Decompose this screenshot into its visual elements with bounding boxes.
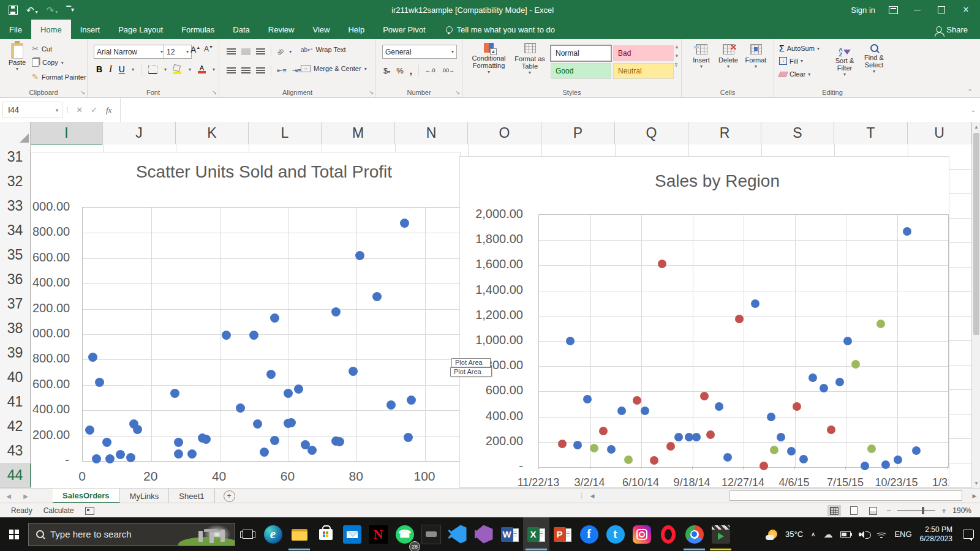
font-size-combo[interactable]: 12▾ (164, 45, 192, 59)
data-point[interactable] (894, 455, 902, 464)
taskbar-icon-mpc[interactable] (707, 517, 734, 551)
data-point[interactable] (867, 444, 876, 453)
column-header-J[interactable]: J (103, 122, 176, 144)
taskbar-icon-whatsapp[interactable]: ☎28 (391, 517, 418, 551)
horizontal-scrollbar[interactable]: ⁞ ◀ ▶ (581, 489, 980, 503)
redo-icon[interactable]: ↷▾ (47, 6, 58, 15)
zoom-out-button[interactable]: − (886, 506, 891, 515)
data-point[interactable] (266, 370, 276, 379)
data-point[interactable] (760, 462, 768, 470)
taskbar-icon-instagram[interactable] (628, 517, 655, 551)
decrease-indent-icon[interactable]: ⇤≡ (277, 67, 287, 75)
merge-center-button[interactable]: ↔ Merge & Center▾ (301, 65, 367, 72)
data-point[interactable] (260, 448, 269, 457)
plot-area[interactable] (82, 207, 461, 462)
copy-button[interactable]: Copy▾ (32, 58, 64, 67)
column-header-R[interactable]: R (688, 122, 761, 144)
increase-decimal-button[interactable]: ←.0 (425, 67, 435, 73)
taskbar-icon-mail[interactable] (339, 517, 365, 551)
data-point[interactable] (666, 442, 675, 451)
data-point[interactable] (700, 392, 709, 400)
data-point[interactable] (116, 450, 125, 459)
row-header-35[interactable]: 35 (0, 242, 31, 268)
expand-formula-bar-icon[interactable]: ⌄ (967, 107, 980, 113)
start-button[interactable] (0, 523, 28, 546)
data-point[interactable] (270, 436, 279, 445)
chart-units-profit[interactable]: Scatter Units Sold and Total Profit000.0… (31, 152, 461, 489)
sheet-tab-salesorders[interactable]: SalesOrders (53, 489, 120, 503)
data-point[interactable] (881, 460, 890, 469)
zoom-level[interactable]: 190% (952, 506, 971, 515)
scrollbar-gripper[interactable]: ⁞ (581, 492, 583, 500)
row-header-33[interactable]: 33 (0, 193, 31, 219)
data-point[interactable] (706, 430, 715, 439)
font-dialog-launcher[interactable]: ↘ (212, 89, 217, 96)
data-point[interactable] (793, 402, 801, 411)
find-select-button[interactable]: Find & Select▾ (860, 44, 888, 74)
insert-cells-button[interactable]: Insert▾ (689, 44, 714, 69)
font-color-dropdown-arrow[interactable]: ▾ (213, 67, 215, 72)
data-point[interactable] (777, 433, 785, 441)
data-point[interactable] (770, 446, 778, 454)
column-header-T[interactable]: T (834, 122, 908, 144)
name-box[interactable]: I44 ▾ (2, 102, 62, 118)
undo-icon[interactable]: ↶▾ (26, 6, 38, 15)
data-point[interactable] (599, 427, 608, 435)
data-point[interactable] (809, 373, 817, 382)
delete-cells-button[interactable]: ✕ Delete▾ (716, 44, 741, 69)
data-point[interactable] (331, 307, 341, 317)
data-point[interactable] (294, 384, 303, 394)
data-point[interactable] (641, 407, 649, 415)
taskbar-icon-netflix[interactable]: N (365, 517, 391, 551)
tell-me-box[interactable]: Tell me what you want to do (446, 20, 555, 39)
task-view-button[interactable] (235, 523, 260, 546)
taskbar-icon-excel[interactable]: X (523, 517, 549, 551)
volume-icon[interactable] (859, 531, 869, 538)
data-point[interactable] (876, 320, 885, 328)
data-point[interactable] (236, 403, 245, 413)
data-point[interactable] (566, 337, 575, 345)
format-painter-button[interactable]: ✎ Format Painter (32, 72, 86, 81)
data-point[interactable] (386, 400, 396, 410)
style-chip-neutral[interactable]: Neutral (613, 63, 674, 79)
data-point[interactable] (903, 227, 911, 236)
taskbar-icon-opera[interactable] (655, 517, 681, 551)
data-point[interactable] (658, 260, 666, 268)
taskbar-icon-powerpoint[interactable]: P (549, 517, 576, 551)
plot-area[interactable] (538, 214, 949, 468)
vertical-scrollbar[interactable]: ▲ ▼ (971, 122, 980, 488)
row-header-32[interactable]: 32 (0, 169, 31, 194)
tray-expand-icon[interactable]: ∧ (811, 531, 815, 538)
font-name-combo[interactable]: Arial Narrow▾ (94, 45, 166, 59)
search-highlight-image[interactable] (183, 523, 235, 545)
taskbar-icon-media-thumbnail[interactable] (418, 517, 444, 551)
sheet-nav-left-arrow[interactable]: ◀ (0, 489, 17, 503)
zoom-slider[interactable] (897, 510, 935, 511)
data-point[interactable] (650, 456, 658, 465)
data-point[interactable] (222, 331, 231, 340)
page-break-view-button[interactable] (867, 505, 880, 516)
customize-qat-icon[interactable]: ▔▾ (66, 7, 74, 13)
status-calculate[interactable]: Calculate (43, 506, 74, 515)
data-point[interactable] (174, 438, 183, 447)
tab-page-layout[interactable]: Page Layout (109, 20, 172, 39)
clear-button[interactable]: Clear▾ (779, 70, 810, 78)
row-header-31[interactable]: 31 (0, 144, 31, 170)
ribbon-display-options-icon[interactable] (889, 6, 898, 14)
align-right-icon[interactable] (256, 67, 265, 74)
shrink-font-button[interactable]: A▼ (204, 45, 213, 53)
data-point[interactable] (287, 418, 296, 427)
data-point[interactable] (170, 389, 179, 398)
tab-view[interactable]: View (303, 20, 339, 39)
enter-icon[interactable]: ✓ (87, 105, 102, 114)
data-point[interactable] (590, 444, 598, 452)
taskbar-icon-vscode[interactable] (444, 517, 470, 551)
column-header-P[interactable]: P (541, 122, 615, 144)
data-point[interactable] (400, 219, 409, 228)
select-all-corner[interactable] (0, 122, 31, 144)
weather-icon[interactable] (768, 530, 777, 539)
underline-button[interactable]: U (119, 64, 125, 74)
minimize-button[interactable] (911, 2, 922, 17)
data-point[interactable] (335, 437, 344, 446)
underline-dropdown-arrow[interactable]: ▾ (132, 67, 134, 72)
